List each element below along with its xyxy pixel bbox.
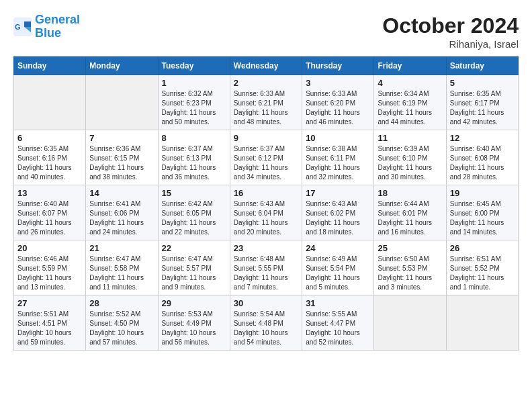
calendar-cell: 8Sunrise: 6:37 AM Sunset: 6:13 PM Daylig… bbox=[158, 130, 230, 185]
day-info: Sunrise: 5:55 AM Sunset: 4:47 PM Dayligh… bbox=[306, 310, 370, 347]
calendar-cell: 14Sunrise: 6:41 AM Sunset: 6:06 PM Dayli… bbox=[86, 185, 158, 240]
calendar-cell: 3Sunrise: 6:33 AM Sunset: 6:20 PM Daylig… bbox=[302, 75, 374, 130]
day-info: Sunrise: 6:42 AM Sunset: 6:05 PM Dayligh… bbox=[162, 199, 226, 237]
svg-marker-2 bbox=[24, 21, 31, 27]
day-info: Sunrise: 6:41 AM Sunset: 6:06 PM Dayligh… bbox=[89, 199, 154, 237]
svg-text:G: G bbox=[15, 23, 21, 31]
day-number: 21 bbox=[89, 243, 154, 253]
day-number: 10 bbox=[306, 133, 370, 143]
day-info: Sunrise: 6:47 AM Sunset: 5:58 PM Dayligh… bbox=[89, 255, 154, 292]
calendar-cell: 20Sunrise: 6:46 AM Sunset: 5:59 PM Dayli… bbox=[14, 240, 86, 295]
weekday-header: Friday bbox=[374, 57, 446, 75]
weekday-header: Saturday bbox=[446, 57, 518, 75]
month-title: October 2024 bbox=[382, 13, 519, 38]
calendar-cell: 25Sunrise: 6:50 AM Sunset: 5:53 PM Dayli… bbox=[374, 240, 446, 295]
day-info: Sunrise: 5:53 AM Sunset: 4:49 PM Dayligh… bbox=[162, 310, 226, 347]
logo-icon: G bbox=[13, 17, 32, 36]
weekday-header: Thursday bbox=[302, 57, 374, 75]
logo: G GeneralBlue bbox=[13, 13, 80, 40]
day-number: 31 bbox=[306, 298, 370, 308]
day-info: Sunrise: 5:54 AM Sunset: 4:48 PM Dayligh… bbox=[234, 310, 298, 347]
day-info: Sunrise: 6:45 AM Sunset: 6:00 PM Dayligh… bbox=[450, 199, 515, 237]
day-number: 8 bbox=[162, 133, 226, 143]
day-number: 9 bbox=[234, 133, 298, 143]
day-info: Sunrise: 6:44 AM Sunset: 6:01 PM Dayligh… bbox=[378, 199, 442, 237]
weekday-header: Wednesday bbox=[230, 57, 302, 75]
day-info: Sunrise: 6:43 AM Sunset: 6:04 PM Dayligh… bbox=[234, 199, 298, 237]
day-number: 24 bbox=[306, 243, 370, 253]
day-number: 3 bbox=[306, 78, 370, 88]
day-info: Sunrise: 6:38 AM Sunset: 6:11 PM Dayligh… bbox=[306, 144, 370, 182]
day-info: Sunrise: 6:43 AM Sunset: 6:02 PM Dayligh… bbox=[306, 199, 370, 237]
day-number: 25 bbox=[378, 243, 442, 253]
day-number: 4 bbox=[378, 78, 442, 88]
day-info: Sunrise: 5:51 AM Sunset: 4:51 PM Dayligh… bbox=[17, 310, 82, 347]
calendar-cell: 10Sunrise: 6:38 AM Sunset: 6:11 PM Dayli… bbox=[302, 130, 374, 185]
calendar-cell: 2Sunrise: 6:33 AM Sunset: 6:21 PM Daylig… bbox=[230, 75, 302, 130]
day-info: Sunrise: 6:37 AM Sunset: 6:12 PM Dayligh… bbox=[234, 144, 298, 182]
calendar-cell: 27Sunrise: 5:51 AM Sunset: 4:51 PM Dayli… bbox=[14, 295, 86, 351]
day-number: 6 bbox=[17, 133, 82, 143]
calendar-cell: 13Sunrise: 6:40 AM Sunset: 6:07 PM Dayli… bbox=[14, 185, 86, 240]
day-info: Sunrise: 6:32 AM Sunset: 6:23 PM Dayligh… bbox=[162, 89, 226, 127]
day-info: Sunrise: 6:37 AM Sunset: 6:13 PM Dayligh… bbox=[162, 144, 226, 182]
calendar-cell: 1Sunrise: 6:32 AM Sunset: 6:23 PM Daylig… bbox=[158, 75, 230, 130]
page-header: G GeneralBlue October 2024 Rihaniya, Isr… bbox=[13, 13, 519, 50]
calendar-cell: 18Sunrise: 6:44 AM Sunset: 6:01 PM Dayli… bbox=[374, 185, 446, 240]
calendar-cell: 17Sunrise: 6:43 AM Sunset: 6:02 PM Dayli… bbox=[302, 185, 374, 240]
calendar-cell bbox=[14, 75, 86, 130]
day-info: Sunrise: 6:33 AM Sunset: 6:21 PM Dayligh… bbox=[234, 89, 298, 127]
day-info: Sunrise: 6:47 AM Sunset: 5:57 PM Dayligh… bbox=[162, 255, 226, 292]
calendar-week-row: 6Sunrise: 6:35 AM Sunset: 6:16 PM Daylig… bbox=[14, 130, 519, 185]
day-info: Sunrise: 6:48 AM Sunset: 5:55 PM Dayligh… bbox=[234, 255, 298, 292]
calendar-week-row: 13Sunrise: 6:40 AM Sunset: 6:07 PM Dayli… bbox=[14, 185, 519, 240]
calendar-cell: 19Sunrise: 6:45 AM Sunset: 6:00 PM Dayli… bbox=[446, 185, 518, 240]
calendar-cell: 29Sunrise: 5:53 AM Sunset: 4:49 PM Dayli… bbox=[158, 295, 230, 351]
calendar-cell: 15Sunrise: 6:42 AM Sunset: 6:05 PM Dayli… bbox=[158, 185, 230, 240]
weekday-header: Tuesday bbox=[158, 57, 230, 75]
day-number: 23 bbox=[234, 243, 298, 253]
location: Rihaniya, Israel bbox=[382, 38, 519, 50]
day-info: Sunrise: 6:49 AM Sunset: 5:54 PM Dayligh… bbox=[306, 255, 370, 292]
day-number: 2 bbox=[234, 78, 298, 88]
day-number: 7 bbox=[89, 133, 154, 143]
day-info: Sunrise: 6:46 AM Sunset: 5:59 PM Dayligh… bbox=[17, 255, 82, 292]
day-number: 22 bbox=[162, 243, 226, 253]
calendar-cell bbox=[374, 295, 446, 351]
day-info: Sunrise: 6:34 AM Sunset: 6:19 PM Dayligh… bbox=[378, 89, 442, 127]
calendar-cell: 22Sunrise: 6:47 AM Sunset: 5:57 PM Dayli… bbox=[158, 240, 230, 295]
day-number: 29 bbox=[162, 298, 226, 308]
day-number: 18 bbox=[378, 188, 442, 198]
day-number: 14 bbox=[89, 188, 154, 198]
calendar-cell: 16Sunrise: 6:43 AM Sunset: 6:04 PM Dayli… bbox=[230, 185, 302, 240]
day-number: 13 bbox=[17, 188, 82, 198]
calendar-cell: 24Sunrise: 6:49 AM Sunset: 5:54 PM Dayli… bbox=[302, 240, 374, 295]
calendar-cell: 23Sunrise: 6:48 AM Sunset: 5:55 PM Dayli… bbox=[230, 240, 302, 295]
day-number: 16 bbox=[234, 188, 298, 198]
day-info: Sunrise: 6:40 AM Sunset: 6:08 PM Dayligh… bbox=[450, 144, 515, 182]
calendar-cell: 11Sunrise: 6:39 AM Sunset: 6:10 PM Dayli… bbox=[374, 130, 446, 185]
calendar-week-row: 27Sunrise: 5:51 AM Sunset: 4:51 PM Dayli… bbox=[14, 295, 519, 351]
day-info: Sunrise: 6:36 AM Sunset: 6:15 PM Dayligh… bbox=[89, 144, 154, 182]
day-number: 20 bbox=[17, 243, 82, 253]
calendar-cell: 6Sunrise: 6:35 AM Sunset: 6:16 PM Daylig… bbox=[14, 130, 86, 185]
calendar-cell bbox=[86, 75, 158, 130]
calendar-cell: 30Sunrise: 5:54 AM Sunset: 4:48 PM Dayli… bbox=[230, 295, 302, 351]
day-number: 30 bbox=[234, 298, 298, 308]
calendar-cell: 7Sunrise: 6:36 AM Sunset: 6:15 PM Daylig… bbox=[86, 130, 158, 185]
day-number: 26 bbox=[450, 243, 515, 253]
day-number: 5 bbox=[450, 78, 515, 88]
logo-text: GeneralBlue bbox=[35, 13, 80, 40]
calendar-cell: 31Sunrise: 5:55 AM Sunset: 4:47 PM Dayli… bbox=[302, 295, 374, 351]
day-info: Sunrise: 6:51 AM Sunset: 5:52 PM Dayligh… bbox=[450, 255, 515, 292]
day-info: Sunrise: 6:35 AM Sunset: 6:16 PM Dayligh… bbox=[17, 144, 82, 182]
day-number: 19 bbox=[450, 188, 515, 198]
calendar-week-row: 20Sunrise: 6:46 AM Sunset: 5:59 PM Dayli… bbox=[14, 240, 519, 295]
day-info: Sunrise: 6:39 AM Sunset: 6:10 PM Dayligh… bbox=[378, 144, 442, 182]
day-number: 12 bbox=[450, 133, 515, 143]
weekday-header: Monday bbox=[86, 57, 158, 75]
calendar-cell: 5Sunrise: 6:35 AM Sunset: 6:17 PM Daylig… bbox=[446, 75, 518, 130]
calendar-cell: 26Sunrise: 6:51 AM Sunset: 5:52 PM Dayli… bbox=[446, 240, 518, 295]
day-number: 1 bbox=[162, 78, 226, 88]
calendar-cell bbox=[446, 295, 518, 351]
